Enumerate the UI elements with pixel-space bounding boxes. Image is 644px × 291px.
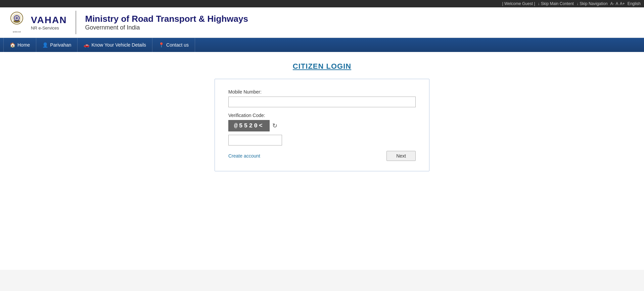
language-selector[interactable]: English: [628, 1, 641, 6]
form-actions: Create account Next: [228, 151, 416, 161]
svg-text:सत्यमेव जयते: सत्यमेव जयते: [12, 31, 21, 33]
nav-know-vehicle-label: Know Your Vehicle Details: [91, 42, 146, 48]
logo-vahan-label: VAHAN: [31, 15, 67, 25]
login-box: Mobile Number: Verification Code: @5520<…: [215, 79, 429, 171]
nav-parivahan[interactable]: 👤 Parivahan: [36, 38, 78, 52]
nav-bar: 🏠 Home 👤 Parivahan 🚗 Know Your Vehicle D…: [0, 38, 644, 52]
verification-code-group: Verification Code: @5520< ↻: [228, 113, 416, 146]
logo-area: सत्यमेव जयते VAHAN NR e-Services: [7, 11, 67, 34]
nav-contact-label: Contact us: [166, 42, 189, 48]
nav-know-vehicle[interactable]: 🚗 Know Your Vehicle Details: [78, 38, 152, 52]
emblem-icon: सत्यमेव जयते: [7, 11, 27, 34]
logo-nr-label: NR e-Services: [31, 25, 67, 31]
mobile-input[interactable]: [228, 97, 416, 107]
next-button[interactable]: Next: [386, 151, 416, 161]
font-size-controls: A- A A+: [610, 1, 625, 6]
font-a[interactable]: A: [616, 1, 618, 6]
car-icon: 🚗: [84, 42, 89, 48]
captcha-input[interactable]: [228, 135, 282, 146]
nav-home-label: Home: [17, 42, 30, 48]
location-icon: 📍: [158, 42, 164, 48]
verification-label: Verification Code:: [228, 113, 416, 118]
captcha-display: @5520<: [228, 120, 270, 131]
top-bar: | Welcome Guest | ↓ Skip Main Content ↓ …: [0, 0, 644, 7]
mobile-number-group: Mobile Number:: [228, 89, 416, 107]
font-a-plus[interactable]: A+: [620, 1, 625, 6]
welcome-text: | Welcome Guest |: [502, 1, 535, 6]
header-divider: [76, 11, 76, 34]
site-header: सत्यमेव जयते VAHAN NR e-Services Ministr…: [0, 7, 644, 38]
nav-parivahan-label: Parivahan: [50, 42, 71, 48]
page-title: CITIZEN LOGIN: [293, 62, 351, 71]
government-name: Government of India: [85, 24, 248, 31]
header-title: Ministry of Road Transport & Highways Go…: [85, 14, 248, 31]
logo-text: VAHAN NR e-Services: [31, 15, 67, 31]
font-a-minus[interactable]: A-: [610, 1, 614, 6]
skip-main-content-link[interactable]: ↓ Skip Main Content: [538, 1, 574, 6]
home-icon: 🏠: [10, 42, 15, 48]
ministry-name: Ministry of Road Transport & Highways: [85, 14, 248, 24]
mobile-label: Mobile Number:: [228, 89, 416, 95]
nav-home[interactable]: 🏠 Home: [3, 38, 36, 52]
skip-navigation-link[interactable]: ↓ Skip Navigation: [577, 1, 608, 6]
refresh-captcha-icon[interactable]: ↻: [272, 122, 277, 129]
main-content: CITIZEN LOGIN Mobile Number: Verificatio…: [0, 52, 644, 270]
nav-contact[interactable]: 📍 Contact us: [152, 38, 195, 52]
captcha-row: @5520< ↻: [228, 120, 416, 131]
create-account-link[interactable]: Create account: [228, 153, 260, 159]
parivahan-icon: 👤: [42, 42, 48, 48]
